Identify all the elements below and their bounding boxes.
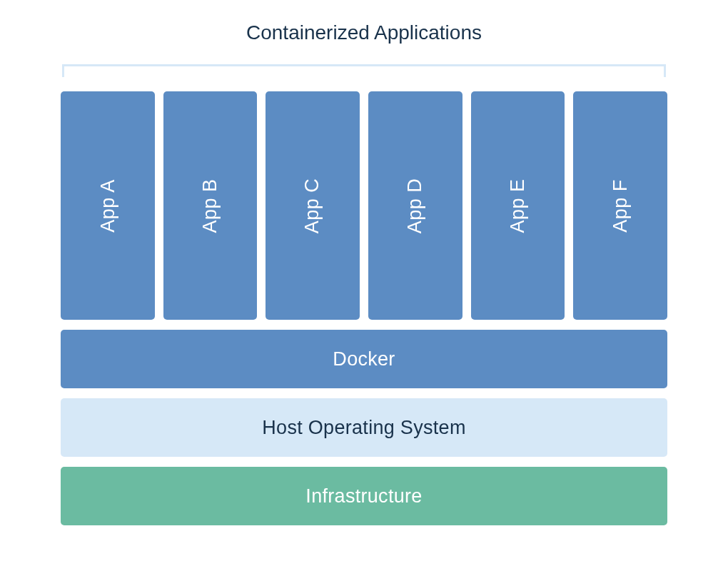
app-box-b: App B xyxy=(163,91,258,320)
app-box-f: App F xyxy=(573,91,667,320)
layer-docker: Docker xyxy=(61,330,667,388)
app-label: App D xyxy=(404,178,426,233)
grouping-bracket xyxy=(62,64,666,77)
layer-infra-label: Infrastructure xyxy=(305,485,422,507)
app-label: App F xyxy=(610,179,632,233)
app-label: App A xyxy=(96,179,118,233)
app-box-d: App D xyxy=(368,91,462,320)
layer-host-os: Host Operating System xyxy=(61,398,667,457)
app-label: App C xyxy=(302,178,324,233)
app-box-e: App E xyxy=(471,91,565,320)
app-box-c: App C xyxy=(266,91,360,320)
app-box-a: App A xyxy=(61,91,155,320)
app-label: App E xyxy=(507,178,529,233)
diagram-title: Containerized Applications xyxy=(61,21,667,44)
apps-row: App A App B App C App D App E App F xyxy=(61,91,667,320)
layer-docker-label: Docker xyxy=(333,348,395,370)
layer-host-label: Host Operating System xyxy=(262,417,465,439)
layer-infrastructure: Infrastructure xyxy=(61,467,667,525)
app-label: App B xyxy=(199,178,221,233)
